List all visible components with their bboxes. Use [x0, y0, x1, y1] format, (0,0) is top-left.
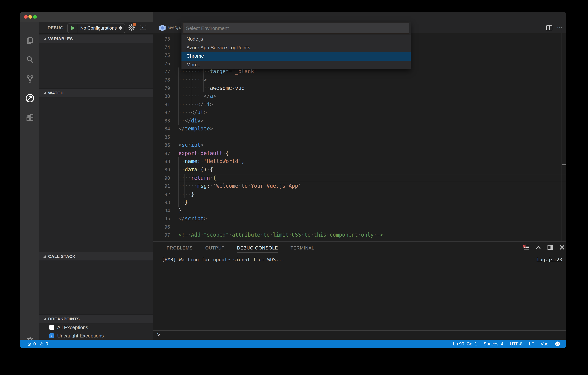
panel-tab-problems[interactable]: PROBLEMS [167, 243, 193, 253]
indent-guide [191, 68, 191, 109]
line-number: 78 [153, 76, 170, 84]
code-line-98[interactable]: 98<style·scoped> [153, 239, 566, 241]
checkbox-unchecked[interactable] [49, 325, 54, 330]
code-line-81[interactable]: 81······</li> [153, 100, 566, 109]
line-number: 86 [153, 141, 170, 149]
error-count[interactable]: 0 [33, 341, 36, 347]
code-line-92[interactable]: 92····} [153, 190, 566, 198]
checkbox-checked[interactable]: ✓ [49, 333, 54, 338]
text-caret [185, 25, 185, 31]
debug-icon[interactable] [25, 93, 35, 103]
code-text: <!—·Add·"scoped"·attribute·to·limit·CSS·… [178, 231, 383, 239]
indent-guide [178, 68, 179, 125]
line-number: 95 [153, 215, 170, 223]
code-line-96[interactable]: 96 [153, 223, 566, 231]
code-line-88[interactable]: 88··name:·'HelloWorld', [153, 157, 566, 166]
code-line-97[interactable]: 97<!—·Add·"scoped"·attribute·to·limit·CS… [153, 231, 566, 239]
line-number: 72 [153, 33, 170, 35]
indent-guide [178, 157, 179, 207]
open-debug-console-button[interactable]: > [140, 25, 146, 30]
panel-tab-terminal[interactable]: TERMINAL [290, 243, 314, 253]
code-line-93[interactable]: 93··} [153, 198, 566, 207]
search-icon[interactable] [25, 55, 35, 65]
section-label: WATCH [48, 91, 64, 95]
call-stack-section-header[interactable]: CALL STACK [39, 252, 153, 261]
code-text: ··} [178, 198, 188, 207]
line-number: 74 [153, 43, 170, 51]
code-text: ····</ul> [178, 109, 207, 117]
twistie-icon [43, 92, 46, 94]
code-line-84[interactable]: 84</template> [153, 125, 566, 133]
language-mode[interactable]: Vue [541, 341, 548, 347]
environment-option-azure-app-service-logpoints[interactable]: Azure App Service LogPoints [181, 44, 411, 52]
code-line-78[interactable]: 78········> [153, 76, 566, 84]
code-text: } [178, 207, 182, 215]
status-bar: ⊗ 0 ⚠ 0 Ln 90, Col 1 Spaces: 4 UTF-8 LF … [20, 340, 566, 348]
code-text: <style·scoped> [178, 239, 223, 241]
code-text: <script> [178, 141, 204, 149]
warning-count[interactable]: 0 [45, 341, 48, 347]
console-source-link[interactable]: log.js:23 [537, 257, 562, 262]
start-debug-icon[interactable] [71, 26, 75, 30]
gear-badge [133, 23, 136, 26]
environment-option-more-[interactable]: More... [181, 60, 411, 69]
code-line-90[interactable]: 90····return·{ [153, 174, 566, 182]
extensions-icon[interactable] [25, 113, 35, 122]
debug-toolbar: DEBUG No Configurations > [39, 22, 153, 34]
breakpoint-all-exceptions[interactable]: All Exceptions [39, 323, 153, 331]
code-line-89[interactable]: 89··data·()·{ [153, 166, 566, 174]
code-line-85[interactable]: 85 [153, 133, 566, 141]
clear-console-icon[interactable] [523, 244, 529, 250]
line-number: 85 [153, 133, 170, 141]
warnings-icon[interactable]: ⚠ [40, 341, 44, 347]
environment-option-node-js[interactable]: Node.js [181, 35, 411, 44]
maximize-panel-icon[interactable] [535, 245, 541, 250]
environment-option-chrome[interactable]: Chrome [181, 52, 411, 60]
code-text: ····return·{ [178, 174, 216, 182]
editor-tab-webpack[interactable]: webpa [168, 22, 183, 33]
debug-sidebar: DEBUG No Configurations > VARIABLES [39, 22, 153, 340]
line-number: 80 [153, 92, 170, 100]
code-line-86[interactable]: 86<script> [153, 141, 566, 149]
dropdown-updown-icon [119, 26, 122, 30]
webpack-logo-icon [159, 25, 166, 31]
debug-configuration-dropdown[interactable]: No Configurations [67, 23, 125, 33]
close-panel-icon[interactable] [560, 245, 565, 250]
indentation[interactable]: Spaces: 4 [483, 341, 503, 347]
configure-gear-button[interactable] [128, 24, 135, 31]
breakpoint-uncaught-exceptions[interactable]: ✓ Uncaught Exceptions [39, 331, 153, 340]
code-line-95[interactable]: 95</script> [153, 215, 566, 223]
panel-tab-output[interactable]: OUTPUT [205, 243, 224, 253]
encoding[interactable]: UTF-8 [510, 341, 523, 347]
code-line-79[interactable]: 79··········awesome-vue [153, 84, 566, 92]
breakpoints-section-header[interactable]: BREAKPOINTS [39, 314, 153, 323]
more-actions-icon[interactable]: ⋯ [557, 26, 563, 30]
select-environment-input[interactable]: Select Environment [183, 23, 409, 33]
editor-scrollbar[interactable] [561, 33, 562, 241]
environment-list: Node.jsAzure App Service LogPointsChrome… [181, 35, 411, 69]
code-line-80[interactable]: 80········</a> [153, 92, 566, 100]
watch-section-header[interactable]: WATCH [39, 88, 153, 98]
split-editor-icon[interactable] [546, 25, 552, 30]
variables-section-header[interactable]: VARIABLES [39, 34, 153, 43]
code-text: ······msg:·'Welcome·to·Your·Vue.js·App' [178, 182, 301, 190]
indent-guide [203, 68, 204, 92]
errors-icon[interactable]: ⊗ [27, 341, 32, 347]
feedback-smiley-icon[interactable]: ☻ [555, 341, 560, 347]
code-line-83[interactable]: 83··</div> [153, 117, 566, 125]
explorer-icon[interactable] [25, 35, 35, 45]
line-number: 90 [153, 174, 170, 182]
eol-sequence[interactable]: LF [529, 341, 534, 347]
code-line-94[interactable]: 94} [153, 207, 566, 215]
panel-tab-debug-console[interactable]: DEBUG CONSOLE [237, 243, 278, 253]
cursor-position[interactable]: Ln 90, Col 1 [453, 341, 477, 347]
line-number: 88 [153, 157, 170, 166]
code-line-87[interactable]: 87export·default·{ [153, 149, 566, 157]
desktop: HelloWorld.vue — vuejs-webpack-project [0, 0, 588, 375]
source-control-icon[interactable] [25, 74, 35, 84]
code-line-82[interactable]: 82····</ul> [153, 109, 566, 117]
code-line-91[interactable]: 91······msg:·'Welcome·to·Your·Vue.js·App… [153, 182, 566, 190]
open-panel-side-icon[interactable] [547, 245, 553, 250]
line-number: 79 [153, 84, 170, 92]
debug-console-input[interactable]: > [153, 330, 566, 340]
